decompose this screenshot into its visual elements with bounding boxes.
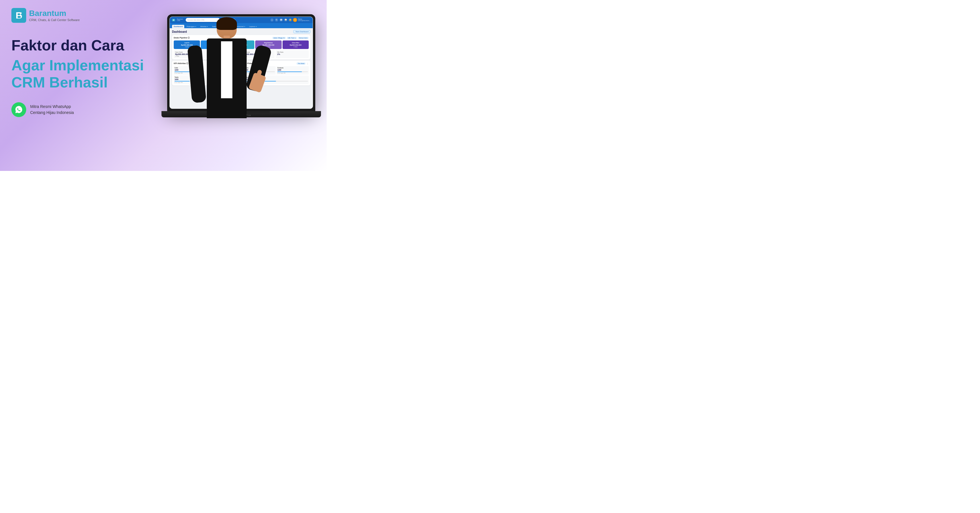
- crm-chat-icon[interactable]: 💬: [284, 18, 287, 22]
- right-section: B BarantumCRM Temukan data dalam CRM... …: [170, 0, 327, 171]
- filter-team[interactable]: milk: Team a: [287, 37, 297, 39]
- headline-line2: Agar Implementasi: [11, 57, 158, 74]
- whatsapp-badge: Mitra Resmi WhatsApp Centang Hijau Indon…: [11, 102, 158, 117]
- filter-users[interactable]: Semua Users: [298, 37, 309, 39]
- pelanggan-more-icon[interactable]: ⋮: [307, 62, 309, 65]
- crm-tab-dashboard[interactable]: Dashboard: [172, 25, 184, 28]
- brand-logo-icon: [11, 8, 26, 23]
- pipeline-filters: dalam: Minggu Ini milk: Team a Semua Use…: [272, 37, 309, 39]
- filter-week[interactable]: dalam: Minggu Ini: [272, 37, 286, 39]
- crm-bell-icon[interactable]: 🔔: [288, 18, 292, 22]
- crm-user-avatar: D: [293, 18, 297, 22]
- left-section: Barantum CRM, Chats, & Call Center Softw…: [0, 0, 170, 171]
- main-container: Barantum CRM, Chats, & Call Center Softw…: [0, 0, 327, 171]
- crm-phone-icon[interactable]: ☎: [279, 18, 283, 22]
- brand-name: Barantum: [29, 9, 80, 18]
- logo-text-area: Barantum CRM, Chats, & Call Center Softw…: [29, 9, 80, 22]
- crm-user-info: Demo demo@barantum...: [298, 19, 310, 22]
- headline-line1: Faktor dan Cara: [11, 37, 158, 54]
- person-image: [184, 11, 269, 171]
- crm-refresh-icon[interactable]: ↻: [275, 18, 278, 22]
- logo-area: Barantum CRM, Chats, & Call Center Softw…: [11, 8, 158, 23]
- crm-brand-text: BarantumCRM: [177, 19, 183, 22]
- contacts-progress-bar: [277, 72, 308, 72]
- whatsapp-icon: [11, 102, 26, 117]
- brand-tagline: CRM, Chats, & Call Center Software: [29, 18, 80, 22]
- crm-logo: B: [172, 19, 175, 21]
- whatsapp-text: Mitra Resmi WhatsApp Centang Hijau Indon…: [30, 104, 74, 116]
- crm-add-icon[interactable]: +: [270, 18, 274, 22]
- win-ratio-stat: Win Ratio 2%: [276, 50, 309, 58]
- pelanggan-week-filter[interactable]: This Week: [296, 62, 305, 65]
- kpi-contacts: Contacts 100 From target 200: [277, 66, 309, 75]
- headline-area: Faktor dan Cara Agar Implementasi CRM Be…: [11, 37, 158, 163]
- headline-line3: CRM Berhasil: [11, 74, 158, 91]
- team-dashboard-btn[interactable]: Team Dashboard: [293, 30, 310, 33]
- contacts-progress-fill: [277, 72, 302, 72]
- stage-close-won: Close Won Rp300.000.000 3 data: [283, 40, 309, 49]
- crm-nav-icons: + ↻ ☎ 💬 🔔 D Demo demo@barantum...: [270, 18, 310, 22]
